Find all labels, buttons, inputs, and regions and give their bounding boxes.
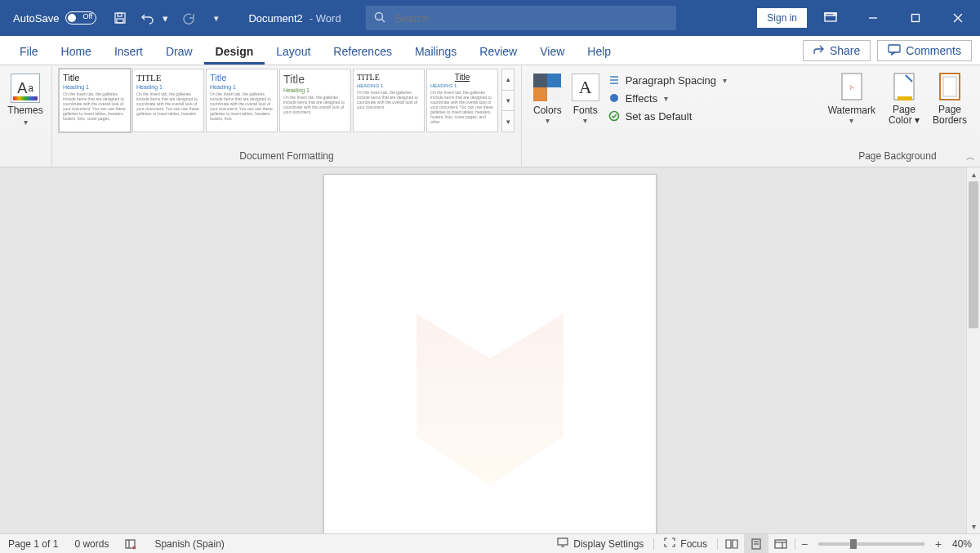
paragraph-spacing-button[interactable]: Paragraph Spacing ▾ bbox=[608, 74, 727, 87]
undo-dropdown-icon[interactable]: ▾ bbox=[160, 9, 170, 27]
search-icon bbox=[374, 11, 385, 25]
scroll-up-icon[interactable]: ▴ bbox=[967, 167, 980, 181]
page-borders-icon bbox=[937, 72, 963, 103]
colors-icon bbox=[533, 74, 561, 101]
tab-references[interactable]: References bbox=[322, 40, 403, 65]
word-count-status[interactable]: 0 words bbox=[66, 534, 117, 553]
redo-icon[interactable] bbox=[180, 9, 198, 27]
tab-help[interactable]: Help bbox=[576, 40, 622, 65]
document-name: Document2 bbox=[248, 12, 302, 25]
search-box[interactable] bbox=[366, 6, 676, 30]
autosave-state: Off bbox=[83, 12, 93, 20]
effects-button[interactable]: Effects ▾ bbox=[608, 91, 727, 105]
svg-rect-2 bbox=[117, 19, 123, 23]
minimize-icon[interactable] bbox=[854, 0, 892, 36]
chevron-down-icon: ▾ bbox=[849, 116, 853, 125]
display-settings-icon bbox=[557, 537, 568, 550]
watermark-label: Watermark bbox=[828, 105, 875, 116]
display-settings-button[interactable]: Display Settings bbox=[549, 534, 652, 553]
app-name-suffix: - Word bbox=[310, 12, 341, 25]
web-layout-view-icon[interactable] bbox=[768, 534, 793, 553]
watermark-chevron-shape bbox=[416, 314, 564, 485]
quick-access-toolbar: ▾ ▾ bbox=[105, 9, 232, 27]
collapse-ribbon-icon[interactable]: ︿ bbox=[966, 151, 975, 163]
watermark-button[interactable]: A Watermark ▾ bbox=[822, 69, 882, 125]
gallery-down-icon[interactable]: ▾ bbox=[502, 91, 514, 112]
zoom-in-icon[interactable]: + bbox=[931, 537, 946, 551]
share-label: Share bbox=[830, 44, 860, 57]
comments-button[interactable]: Comments bbox=[877, 40, 972, 61]
style-set-thumb-1[interactable]: TitleHeading 1On the Insert tab, the gal… bbox=[59, 69, 131, 132]
zoom-slider[interactable] bbox=[818, 542, 924, 546]
scroll-down-icon[interactable]: ▾ bbox=[967, 520, 980, 533]
zoom-out-icon[interactable]: − bbox=[797, 537, 812, 551]
fonts-button[interactable]: A Fonts ▾ bbox=[567, 69, 604, 125]
svg-line-4 bbox=[381, 19, 385, 22]
svg-rect-24 bbox=[558, 538, 568, 545]
share-button[interactable]: Share bbox=[803, 40, 871, 61]
tab-review[interactable]: Review bbox=[468, 40, 528, 65]
check-icon bbox=[608, 109, 621, 123]
themes-button[interactable]: Aa Themes ▾ bbox=[7, 69, 44, 127]
vertical-scrollbar[interactable]: ▴ ▾ bbox=[966, 167, 980, 533]
focus-mode-button[interactable]: Focus bbox=[656, 534, 715, 553]
scrollbar-thumb[interactable] bbox=[969, 181, 978, 328]
page-color-label: PageColor ▾ bbox=[889, 105, 920, 126]
save-icon[interactable] bbox=[111, 9, 129, 27]
language-status[interactable]: Spanish (Spain) bbox=[146, 534, 232, 553]
tab-view[interactable]: View bbox=[528, 40, 576, 65]
tab-home[interactable]: Home bbox=[50, 40, 103, 65]
autosave-toggle[interactable]: Off bbox=[65, 11, 96, 25]
maximize-icon[interactable] bbox=[897, 0, 934, 36]
page-color-button[interactable]: PageColor ▾ bbox=[882, 69, 926, 126]
zoom-slider-thumb[interactable] bbox=[850, 539, 857, 549]
tab-mailings[interactable]: Mailings bbox=[403, 40, 468, 65]
style-set-thumb-4[interactable]: TitleHeading 1On the Insert tab, the gal… bbox=[279, 69, 351, 132]
search-input[interactable] bbox=[395, 12, 668, 25]
tab-file[interactable]: File bbox=[8, 40, 50, 65]
ribbon-display-options-icon[interactable] bbox=[812, 0, 849, 36]
read-mode-view-icon[interactable] bbox=[719, 534, 744, 553]
share-icon bbox=[813, 44, 825, 58]
svg-rect-19 bbox=[894, 74, 914, 100]
style-set-thumb-3[interactable]: TitleHeading 1On the Insert tab, the gal… bbox=[206, 69, 278, 132]
paragraph-spacing-label: Paragraph Spacing bbox=[626, 74, 716, 87]
spelling-status-icon[interactable] bbox=[117, 534, 146, 553]
comments-label: Comments bbox=[906, 44, 961, 57]
style-set-thumb-5[interactable]: TITLEHEADING 1On the Insert tab, the gal… bbox=[353, 69, 425, 132]
style-set-thumb-2[interactable]: TITLEHeading 1On the Insert tab, the gal… bbox=[132, 69, 204, 132]
chevron-down-icon: ▾ bbox=[583, 116, 587, 125]
effects-label: Effects bbox=[626, 92, 658, 105]
comment-icon bbox=[888, 44, 901, 58]
svg-rect-11 bbox=[889, 45, 900, 52]
autosave-control[interactable]: AutoSave Off bbox=[0, 11, 105, 25]
page-number-status[interactable]: Page 1 of 1 bbox=[0, 534, 66, 553]
gallery-more-icon[interactable]: ▾ bbox=[502, 111, 514, 132]
themes-label: Themes bbox=[7, 105, 42, 116]
colors-button[interactable]: Colors ▾ bbox=[528, 69, 567, 125]
tab-layout[interactable]: Layout bbox=[265, 40, 322, 65]
svg-point-15 bbox=[610, 94, 618, 102]
paragraph-spacing-icon bbox=[608, 74, 621, 87]
zoom-value[interactable]: 40% bbox=[946, 538, 980, 550]
document-page[interactable] bbox=[323, 174, 657, 533]
qat-customize-icon[interactable]: ▾ bbox=[207, 9, 225, 27]
tab-design[interactable]: Design bbox=[204, 40, 265, 65]
gallery-up-icon[interactable]: ▴ bbox=[502, 69, 514, 91]
tab-draw[interactable]: Draw bbox=[154, 40, 204, 65]
tab-insert[interactable]: Insert bbox=[103, 40, 154, 65]
print-layout-view-icon[interactable] bbox=[744, 534, 768, 553]
focus-icon bbox=[664, 537, 675, 550]
set-as-default-button[interactable]: Set as Default bbox=[608, 109, 727, 123]
sign-in-button[interactable]: Sign in bbox=[757, 8, 807, 28]
close-icon[interactable] bbox=[939, 0, 977, 36]
gallery-scroll: ▴ ▾ ▾ bbox=[501, 69, 514, 132]
display-settings-label: Display Settings bbox=[573, 538, 644, 550]
svg-rect-29 bbox=[775, 540, 786, 548]
group-page-background-label: Page Background bbox=[822, 149, 973, 165]
page-borders-button[interactable]: PageBorders bbox=[926, 69, 973, 126]
undo-icon[interactable] bbox=[139, 9, 157, 27]
style-set-thumb-6[interactable]: TitleHEADING 1On the Insert tab, the gal… bbox=[426, 69, 498, 132]
title-bar: AutoSave Off ▾ ▾ Document2 - Word Sign i… bbox=[0, 0, 980, 36]
group-document-formatting-label: Document Formatting bbox=[59, 149, 514, 165]
